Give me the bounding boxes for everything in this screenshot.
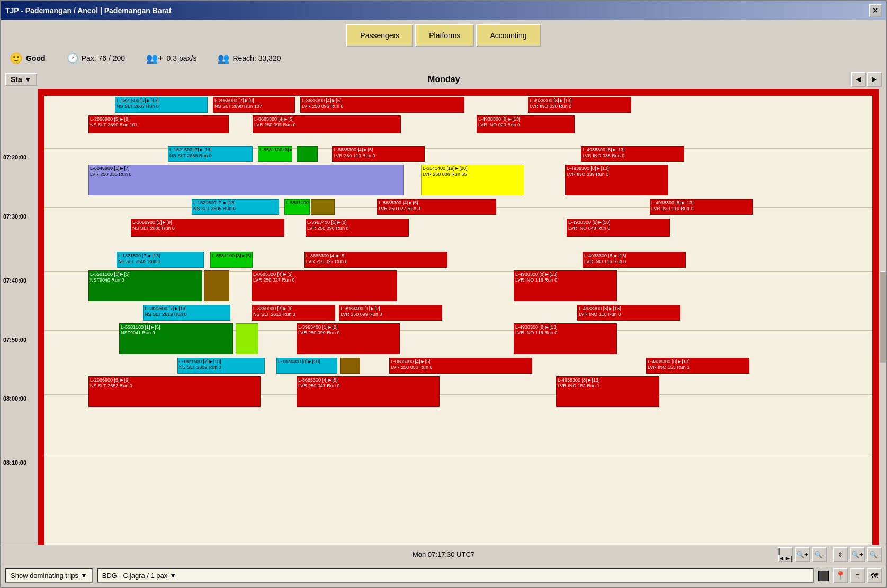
line-dropdown-arrow-icon: ▼	[169, 572, 176, 580]
window-title: TJP - Pademangan / Ancol | Pademangan Ba…	[5, 6, 172, 15]
schedule-area: 07:20:00 07:30:00 07:40:00 07:50:00 08:0…	[1, 89, 886, 545]
trip-L2066900-2680[interactable]: L-2066900 [5]►[9]NS SLT 2680 Run 0	[131, 219, 284, 237]
trip-L5141400[interactable]: L-5141400 [19]►[20]LVR 250 006 Run 55	[421, 165, 524, 195]
trip-L3963400-099-r9[interactable]: L-3963400 [1]►[2]LVR 250 099 Run 0	[339, 305, 442, 321]
trip-L5581100-NST9040[interactable]: L-5581100 [1]►[5]NST9040 Run 0	[88, 270, 202, 301]
trip-L4938300-118-r10[interactable]: L-4938300 [8]►[13]LVR INO 118 Run 0	[514, 323, 617, 354]
dropdown-arrow: ▼	[24, 75, 32, 84]
status-indicator: 🙂 Good	[10, 52, 46, 65]
trip-L1821500-2668[interactable]: L-1821500 [7]►[13]NS SLT 2668 Run 0	[168, 146, 253, 162]
trip-L4938300-020-r1[interactable]: L-4938300 [8]►[13]LVR INO 020 Run 0	[528, 97, 631, 113]
trip-yellow-r8[interactable]	[204, 270, 229, 301]
map-view-button[interactable]: 🗺	[867, 568, 882, 583]
red-left-bar	[38, 89, 44, 545]
reach-label: Reach: 33,320	[232, 54, 281, 62]
title-bar: TJP - Pademangan / Ancol | Pademangan Ba…	[1, 1, 886, 20]
trip-L8685300-027-r8[interactable]: L-8685300 [4]►[5]LVR 250 027 Run 0	[252, 270, 397, 301]
trip-L8685300-050[interactable]: L-8685300 [4]►[5]LVR 250 050 Run 0	[389, 358, 532, 374]
status-label: Good	[26, 54, 46, 62]
day-controls: Sta ▼ Monday ◄ ►	[1, 70, 886, 89]
trip-L5581100-r5a[interactable]: L-5581100 [3]►[5]	[284, 199, 310, 215]
trip-L8685300-047[interactable]: L-8685300 [4]►[5]LVR 250 047 Run 0	[297, 376, 440, 407]
trip-L3963400-096[interactable]: L-3963400 [1]►[2]LVR 250 096 Run 0	[306, 219, 409, 237]
pax-label: Pax: 76 / 200	[82, 54, 126, 62]
trip-L4938300-039[interactable]: L-4938300 [8]►[13]LVR INO 039 Run 0	[565, 165, 668, 195]
grid-line-1	[38, 148, 879, 149]
color-selector[interactable]	[818, 571, 829, 581]
people-icon: 👥	[218, 52, 229, 64]
trip-L4938300-153[interactable]: L-4938300 [8]►[13]LVR INO 153 Run 1	[646, 358, 749, 374]
trip-L4938300-118-r9[interactable]: L-4938300 [8]►[13]LVR INO 118 Run 0	[577, 305, 680, 321]
trip-L5581100-r3b[interactable]	[297, 146, 318, 162]
sta-dropdown[interactable]: Sta ▼	[5, 73, 37, 86]
day-label: Monday	[37, 75, 851, 84]
time-0800: 08:00:00	[3, 395, 26, 402]
trip-L1821500-2619[interactable]: L-1821500 [7]►[13]NS SLT 2619 Run 0	[143, 305, 230, 321]
trip-yellow-r5[interactable]	[311, 199, 335, 215]
bottom-icons: |◄►| 🔍+ 🔍- ⇕ 🔍+ 🔍-	[778, 547, 882, 562]
time-0810: 08:10:00	[3, 459, 26, 466]
reach-stat: 👥 Reach: 33,320	[218, 52, 281, 64]
trip-L1821500-2659[interactable]: L-1821500 [7]►[13]NS SLT 2659 Run 0	[177, 358, 265, 374]
footer-bar: Show dominating trips ▼ BDG - Cijagra / …	[1, 564, 886, 587]
trip-L1821500-2667[interactable]: L-1821500 [7]►[13]NS SLT 2667 Run 0	[115, 97, 208, 113]
tab-platforms[interactable]: Platforms	[415, 24, 474, 47]
trip-L4938300-116-r8[interactable]: L-4938300 [8]►[13]LVR INO 116 Run 0	[514, 270, 617, 301]
rate-stat: 👥+ 0.3 pax/s	[146, 52, 196, 64]
trip-L4938300-116-r5[interactable]: L-4938300 [8]►[13]LVR INO 116 Run 0	[650, 199, 753, 215]
gantt-area: L-1821500 [7]►[13]NS SLT 2667 Run 0 L-20…	[38, 89, 879, 545]
trip-L8685300-095-r1[interactable]: L-8685300 [4]►[5]LVR 250 095 Run 0	[300, 97, 464, 113]
trip-L5581100-r7[interactable]: L-5581100 [3]►[5]	[210, 252, 253, 268]
prev-day-button[interactable]: ◄	[851, 72, 866, 87]
trip-L1874000[interactable]: L-1874000 [8]►[10]	[276, 358, 337, 374]
smiley-icon: 🙂	[10, 52, 23, 65]
trip-L4938300-152[interactable]: L-4938300 [8]►[13]LVR INO 152 Run 1	[556, 376, 659, 407]
scroll-track[interactable]	[879, 89, 886, 545]
trip-L8685300-110[interactable]: L-8685300 [4]►[5]LVR 250 110 Run 0	[332, 146, 425, 162]
zoom-in-h-button[interactable]: 🔍+	[795, 547, 810, 562]
show-dominating-trips-dropdown[interactable]: Show dominating trips ▼	[5, 568, 93, 583]
trip-L8685300-027-r5[interactable]: L-8685300 [4]►[5]LVR 250 027 Run 0	[377, 199, 496, 215]
zoom-in-v-button[interactable]: 🔍+	[850, 547, 865, 562]
stats-bar: 🙂 Good 🕐 Pax: 76 / 200 👥+ 0.3 pax/s 👥 Re…	[1, 47, 886, 70]
trip-L8685300-027-r7[interactable]: L-8685300 [4]►[5]LVR 250 027 Run 0	[304, 252, 447, 268]
trip-L8685300-095-r2[interactable]: L-8685300 [4]►[5]LVR 250 095 Run 0	[253, 115, 401, 133]
tab-accounting[interactable]: Accounting	[476, 24, 540, 47]
grid-line-6	[38, 454, 879, 454]
pax-stat: 🕐 Pax: 76 / 200	[67, 52, 126, 64]
zoom-out-v-button[interactable]: 🔍-	[867, 547, 882, 562]
trip-L4938300-116-r7[interactable]: L-4938300 [8]►[13]LVR INO 116 Run 0	[583, 252, 686, 268]
zoom-out-h-button[interactable]: 🔍-	[812, 547, 827, 562]
trip-lime-r10[interactable]	[236, 323, 258, 354]
fit-width-button[interactable]: |◄►|	[778, 547, 793, 562]
main-window: TJP - Pademangan / Ancol | Pademangan Ba…	[0, 0, 887, 588]
trip-L5581100-r3a[interactable]: L-5581100 [3]►[5]	[258, 146, 292, 162]
trip-L1821500-2605-r5[interactable]: L-1821500 [7]►[13]NS SLT 2605 Run 0	[192, 199, 279, 215]
scroll-thumb[interactable]	[880, 271, 886, 362]
tab-passengers[interactable]: Passengers	[346, 24, 413, 47]
time-0750: 07:50:00	[3, 337, 26, 343]
time-0730: 07:30:00	[3, 213, 26, 220]
trip-L4938300-020-r2[interactable]: L-4938300 [8]►[13]LVR INO 020 Run 0	[477, 115, 575, 133]
trip-L2066900-2690-107[interactable]: L-2066900 [7]►[9]NS SLT 2690 Run 107	[213, 97, 295, 113]
trip-L3350900-2612[interactable]: L-3350900 [7]►[9]NS SLT 2612 Run 0	[252, 305, 335, 321]
table-view-button[interactable]: ≡	[850, 568, 865, 583]
line-selector-dropdown[interactable]: BDG - Cijagra / 1 pax ▼	[97, 568, 814, 583]
location-pin-button[interactable]: 📍	[833, 568, 848, 583]
trip-L2066900-2652[interactable]: L-2066900 [5]►[9]NS SLT 2652 Run 0	[88, 376, 261, 407]
fit-height-button[interactable]: ⇕	[833, 547, 848, 562]
trip-L6046900[interactable]: L-6046900 [1]►[7]LVR 250 035 Run 0	[88, 165, 404, 195]
trip-L4938300-038[interactable]: L-4938300 [8]►[13]LVR INO 038 Run 0	[581, 146, 684, 162]
next-day-button[interactable]: ►	[867, 72, 882, 87]
trip-L2066900-2690-r2[interactable]: L-2066900 [5]►[9]NS SLT 2690 Run 107	[88, 115, 229, 133]
time-0720: 07:20:00	[3, 154, 26, 160]
trip-brown-r11[interactable]	[340, 358, 360, 374]
close-button[interactable]: ✕	[869, 4, 882, 17]
trip-L1821500-2605-r7[interactable]: L-1821500 [7]►[13]NS SLT 2605 Run 0	[117, 252, 204, 268]
trip-L5581100-NST9041[interactable]: L-5581100 [1]►[5]NST9041 Run 0	[119, 323, 233, 354]
trip-L3963400-099-r10[interactable]: L-3963400 [1]►[2]LVR 250 099 Run 0	[297, 323, 400, 354]
trip-L4938300-048[interactable]: L-4938300 [8]►[13]LVR INO 048 Run 0	[567, 219, 670, 237]
time-0740: 07:40:00	[3, 277, 26, 284]
bottom-bar: Mon 07:17:30 UTC7 |◄►| 🔍+ 🔍- ⇕ 🔍+ 🔍-	[1, 545, 886, 564]
rate-label: 0.3 pax/s	[167, 54, 197, 62]
